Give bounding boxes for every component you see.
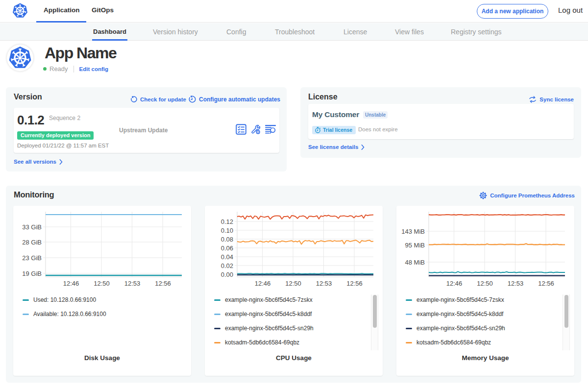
svg-text:19 GiB: 19 GiB <box>22 270 42 277</box>
svg-text:12:50: 12:50 <box>477 280 493 287</box>
svg-text:12:46: 12:46 <box>255 280 271 287</box>
svg-text:12:56: 12:56 <box>346 280 363 287</box>
svg-text:12:50: 12:50 <box>94 280 110 287</box>
svg-text:0.00: 0.00 <box>221 271 233 278</box>
svg-text:48 MiB: 48 MiB <box>405 259 425 266</box>
svg-text:12:56: 12:56 <box>538 280 554 287</box>
svg-text:0.10: 0.10 <box>221 227 233 234</box>
svg-text:12:46: 12:46 <box>63 280 79 287</box>
svg-text:0.02: 0.02 <box>221 262 233 269</box>
svg-text:28 GiB: 28 GiB <box>22 239 42 246</box>
svg-text:0.12: 0.12 <box>221 218 233 225</box>
svg-text:12:53: 12:53 <box>124 280 141 287</box>
svg-text:12:53: 12:53 <box>508 280 524 287</box>
svg-text:33 GiB: 33 GiB <box>22 223 42 231</box>
svg-text:12:53: 12:53 <box>316 280 332 287</box>
svg-text:12:50: 12:50 <box>285 280 301 287</box>
svg-text:0.04: 0.04 <box>221 253 233 261</box>
svg-text:143 MiB: 143 MiB <box>401 228 425 235</box>
svg-text:12:46: 12:46 <box>446 280 463 287</box>
svg-text:95 MiB: 95 MiB <box>405 242 425 249</box>
svg-text:0.08: 0.08 <box>221 236 233 243</box>
svg-text:23 GiB: 23 GiB <box>22 254 42 262</box>
svg-text:0.06: 0.06 <box>221 244 233 252</box>
svg-text:12:56: 12:56 <box>155 280 171 287</box>
